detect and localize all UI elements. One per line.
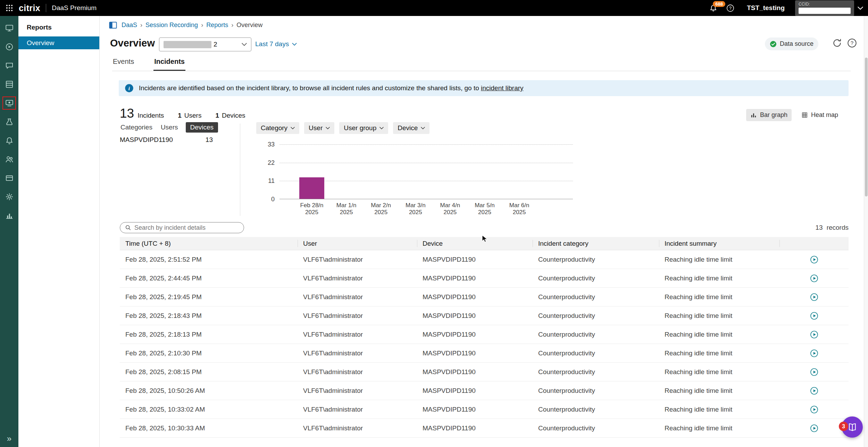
scrollbar-thumb[interactable]: [865, 58, 868, 196]
cell-summary: Reaching idle time limit: [659, 424, 779, 432]
data-source-label: Data source: [780, 40, 813, 48]
cell-device: MASPVDIPD1190: [417, 331, 533, 338]
home-icon[interactable]: [0, 19, 18, 37]
licensing-icon[interactable]: [0, 169, 18, 187]
col-device[interactable]: Device: [417, 237, 533, 250]
chart-x-tick: Mar 2/n2025: [362, 202, 400, 216]
play-recording-button[interactable]: [779, 387, 849, 395]
tab-bar: EventsIncidents: [112, 57, 851, 71]
date-range-dropdown[interactable]: Last 7 days: [255, 40, 297, 48]
cell-device: MASPVDIPD1190: [417, 275, 533, 282]
incidents-table: Time (UTC + 8) User Device Incident cate…: [120, 237, 849, 438]
filter-user-dropdown[interactable]: User: [304, 122, 334, 134]
filter-device-dropdown[interactable]: Device: [393, 122, 429, 134]
bar-graph-button[interactable]: Bar graph: [746, 109, 792, 121]
records-label: records: [827, 224, 849, 231]
heat-map-button[interactable]: Heat map: [797, 109, 842, 121]
tenant-name[interactable]: TST_testing: [747, 4, 785, 12]
labs-icon[interactable]: [0, 112, 18, 131]
table-row: Feb 28, 2025, 10:50:26 AMVLF6T\administr…: [120, 381, 849, 400]
breakdown-row[interactable]: MASPVDIPD119013: [120, 135, 213, 145]
tab-incidents[interactable]: Incidents: [153, 57, 185, 71]
cell-summary: Reaching idle time limit: [659, 406, 779, 413]
devices-count: 1: [215, 112, 219, 119]
breadcrumb: DaaS›Session Recording›Reports›Overview: [122, 22, 262, 29]
site-select-dropdown[interactable]: 2: [159, 37, 251, 51]
heat-map-label: Heat map: [811, 111, 838, 119]
table-body: Feb 28, 2025, 2:51:52 PMVLF6T\administra…: [120, 250, 849, 438]
col-category[interactable]: Incident category: [533, 237, 659, 250]
notifications-icon[interactable]: [0, 131, 18, 150]
chart-x-tick: Feb 28/n2025: [293, 202, 331, 216]
view-toggle: Bar graph Heat map: [746, 109, 842, 121]
breadcrumb-item-session-recording[interactable]: Session Recording: [145, 22, 198, 29]
help-icon[interactable]: ?: [726, 4, 734, 12]
cell-device: MASPVDIPD1190: [417, 312, 533, 320]
refresh-icon[interactable]: [832, 38, 842, 48]
incidents-label: Incidents: [137, 112, 164, 119]
col-summary[interactable]: Incident summary: [659, 237, 779, 250]
breakdown-tab-categories[interactable]: Categories: [120, 122, 153, 133]
breadcrumb-item-reports[interactable]: Reports: [206, 22, 228, 29]
chart-x-tick: Mar 6/n2025: [500, 202, 539, 216]
session-recording-icon[interactable]: [0, 94, 18, 112]
table-row: Feb 28, 2025, 2:51:52 PMVLF6T\administra…: [120, 250, 849, 269]
play-recording-button[interactable]: [779, 255, 849, 264]
cell-category: Counterproductivity: [533, 331, 659, 338]
chart-bar[interactable]: [299, 177, 324, 199]
incident-library-link[interactable]: incident library: [481, 84, 524, 92]
play-recording-button[interactable]: [779, 330, 849, 339]
panel-toggle-icon[interactable]: [109, 21, 117, 29]
banner-text: Incidents are identified based on the in…: [139, 84, 481, 92]
page-scrollbar: [864, 16, 868, 447]
chat-icon[interactable]: [0, 56, 18, 75]
cell-device: MASPVDIPD1190: [417, 368, 533, 376]
breakdown-tab-users[interactable]: Users: [160, 122, 179, 133]
assistant-fab-button[interactable]: 3: [842, 416, 863, 438]
library-icon[interactable]: [0, 75, 18, 94]
filter-user-group-dropdown[interactable]: User group: [339, 122, 388, 134]
cell-device: MASPVDIPD1190: [417, 406, 533, 413]
notifications-bell-icon[interactable]: 688: [709, 4, 717, 12]
play-recording-button[interactable]: [779, 274, 849, 282]
play-recording-button[interactable]: [779, 424, 849, 432]
sidebar-item-overview[interactable]: Overview: [18, 36, 99, 49]
play-recording-button[interactable]: [779, 349, 849, 357]
filter-category-dropdown[interactable]: Category: [256, 122, 299, 134]
cell-category: Counterproductivity: [533, 312, 659, 320]
chevron-down-icon[interactable]: [858, 6, 863, 10]
search-input[interactable]: [134, 224, 239, 231]
incidents-chart: 3322110Feb 28/n2025Mar 1/n2025Mar 2/n202…: [279, 144, 573, 226]
svg-text:?: ?: [729, 6, 732, 10]
grid-icon: [801, 112, 808, 118]
settings-icon[interactable]: [0, 187, 18, 206]
app-grid-icon[interactable]: [6, 4, 13, 12]
cell-summary: Reaching idle time limit: [659, 331, 779, 338]
analytics-icon[interactable]: [0, 206, 18, 225]
play-recording-button[interactable]: [779, 312, 849, 320]
breakdown-tab-devices[interactable]: Devices: [186, 122, 218, 133]
col-user[interactable]: User: [298, 237, 417, 250]
cell-summary: Reaching idle time limit: [659, 256, 779, 263]
chart-gridline: [279, 144, 573, 145]
product-name: DaaS Premium: [52, 4, 97, 12]
tab-events[interactable]: Events: [112, 57, 135, 71]
cell-time: Feb 28, 2025, 10:30:33 AM: [120, 424, 298, 432]
col-actions: [779, 237, 849, 250]
deploy-icon[interactable]: [0, 37, 18, 56]
col-time[interactable]: Time (UTC + 8): [120, 237, 298, 250]
expand-rail-icon[interactable]: »: [7, 435, 11, 443]
identity-icon[interactable]: [0, 150, 18, 169]
play-recording-button[interactable]: [779, 405, 849, 414]
page-help-icon[interactable]: ?: [847, 38, 857, 48]
table-header: Time (UTC + 8) User Device Incident cate…: [120, 237, 849, 250]
breadcrumb-item-daas[interactable]: DaaS: [122, 22, 137, 29]
play-recording-button[interactable]: [779, 368, 849, 376]
chart-x-tick: Mar 1/n2025: [327, 202, 366, 216]
site-name-redacted: [164, 41, 211, 48]
data-source-button[interactable]: Data source: [765, 37, 818, 50]
notification-count-badge: 688: [713, 1, 725, 7]
play-recording-button[interactable]: [779, 293, 849, 301]
cell-category: Counterproductivity: [533, 424, 659, 432]
ccid-value-redacted: [799, 8, 851, 14]
